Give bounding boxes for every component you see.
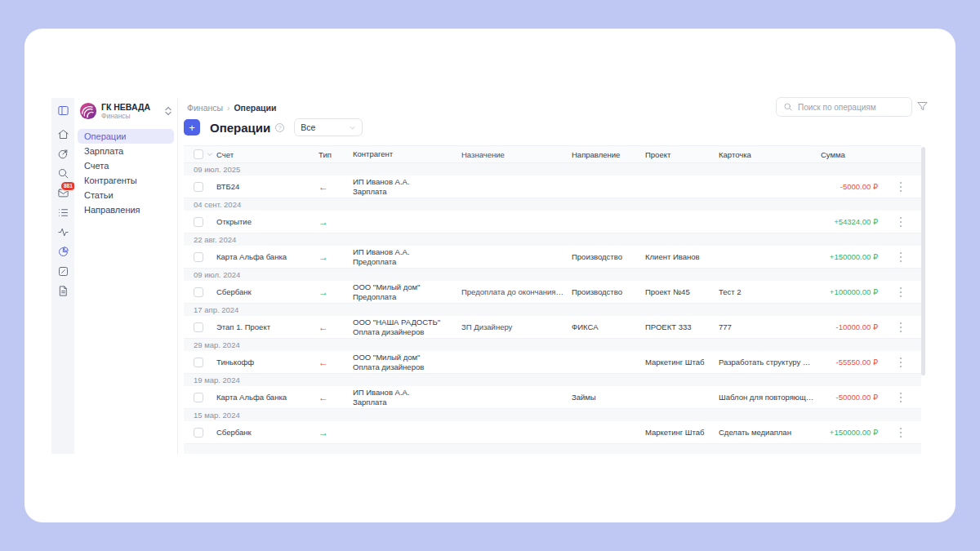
cell-account: Карта Альфа банка [216,393,318,402]
row-menu-kebab-icon[interactable] [895,391,906,404]
column-header-project[interactable]: Проект [645,150,719,159]
pie-chart-icon[interactable] [53,242,73,261]
column-header-direction[interactable]: Направление [572,150,645,159]
breadcrumb-current: Операции [234,103,276,113]
column-header-account[interactable]: Счет [216,150,318,159]
operation-type-arrow-icon: ← [318,393,328,402]
column-header-card[interactable]: Карточка [719,150,821,159]
table-row[interactable]: Этап 1. Проект ← ООО "НАША РАДОСТЬ" Опла… [184,316,921,339]
cell-contragent: ООО "НАША РАДОСТЬ" Оплата дизайнеров [353,318,461,337]
table-row[interactable]: ВТБ24 ← ИП Иванов А.А. Зарплата -5000.00… [184,176,921,198]
cell-amount: +100000.00 ₽ [830,287,878,296]
search-nav-icon[interactable] [53,163,73,183]
main-content: Финансы › Операции + Операции ? Все [178,97,956,454]
chevron-updown-icon [164,106,172,116]
search-box [776,97,912,117]
goal-icon[interactable] [53,144,73,163]
cell-direction: Займы [572,393,645,402]
search-icon [783,102,793,112]
row-checkbox[interactable] [194,252,203,262]
table-row[interactable]: Сбербанк → Маркетинг Штаб Сделать медиап… [184,421,921,444]
sidebar-item-salary[interactable]: Зарплата [78,144,174,158]
row-menu-kebab-icon[interactable] [895,286,906,299]
table-row[interactable]: Карта Альфа банка → ИП Иванов А.А. Предо… [184,246,921,269]
contragent-name: ИП Иванов А.А. [353,388,455,398]
row-menu-kebab-icon[interactable] [895,216,906,229]
row-menu-kebab-icon[interactable] [895,321,906,334]
cell-contragent: ИП Иванов А.А. Зарплата [353,388,461,407]
row-checkbox[interactable] [194,358,203,367]
row-checkbox[interactable] [194,428,203,438]
chevron-down-icon [349,124,356,131]
sidebar-toggle-icon[interactable] [53,100,73,120]
table-row[interactable]: Тинькофф ← ООО "Милый дом" Оплата дизайн… [184,351,921,374]
date-group-header: 04 сент. 2024 [184,198,921,211]
search-input[interactable] [798,103,905,112]
sidebar-item-counterparties[interactable]: Контрагенты [78,173,174,188]
filter-select-value: Все [301,122,315,132]
operation-type-arrow-icon: → [318,217,328,227]
row-checkbox[interactable] [194,217,203,227]
row-checkbox[interactable] [194,393,203,402]
activity-icon[interactable] [53,222,73,242]
column-header-type[interactable]: Тип [318,150,353,159]
row-checkbox[interactable] [194,322,203,332]
operation-type-arrow-icon: → [318,428,328,438]
column-header-purpose[interactable]: Назначение [461,150,572,159]
date-group-header-clipped [184,444,921,454]
group-date-label: 15 мар. 2024 [194,411,240,420]
operation-type-arrow-icon: ← [318,322,328,332]
contragent-name: ИП Иванов А.А. [353,247,455,257]
home-icon[interactable] [53,124,73,144]
table-row[interactable]: Сбербанк → ООО "Милый дом" Предоплата Пр… [184,281,921,304]
row-checkbox[interactable] [194,182,203,192]
filter-icon[interactable] [916,100,929,113]
contragent-sub: Оплата дизайнеров [353,327,455,337]
mail-icon[interactable]: 881 [53,183,73,202]
row-menu-kebab-icon[interactable] [895,251,906,264]
column-header-amount[interactable]: Сумма [821,150,884,159]
row-menu-kebab-icon[interactable] [895,356,906,369]
column-header-contragent[interactable]: Контрагент [353,149,461,159]
group-date-label: 19 мар. 2024 [194,375,240,384]
row-menu-kebab-icon[interactable] [895,180,906,193]
info-icon[interactable]: ? [275,123,284,132]
sidebar-item-accounts[interactable]: Счета [78,158,174,173]
org-switcher[interactable]: ГК НЕВАДА Финансы [74,98,177,121]
cell-account: Открытие [216,217,318,226]
contragent-name: ООО "НАША РАДОСТЬ" [353,318,455,327]
document-icon[interactable] [53,281,73,300]
row-checkbox[interactable] [194,287,203,297]
operations-filter-select[interactable]: Все [294,118,363,136]
cell-contragent: ИП Иванов А.А. Предоплата [353,247,461,267]
operation-type-arrow-icon: ← [318,358,328,367]
sidebar-item-directions[interactable]: Направления [78,202,174,217]
sidebar-item-articles[interactable]: Статьи [78,188,174,202]
operation-type-arrow-icon: → [318,252,328,262]
table-row[interactable]: Карта Альфа банка ← ИП Иванов А.А. Зарпл… [184,386,921,409]
vertical-scrollbar[interactable] [921,147,925,375]
list-icon[interactable] [53,202,73,222]
table-row[interactable]: Открытие → +54324.00 ₽ [184,211,921,233]
cell-card: Разработать структуру рек... [719,358,821,367]
page-title: Операции [210,121,270,135]
cell-amount: -10000.00 ₽ [836,322,878,331]
row-menu-kebab-icon[interactable] [895,426,906,439]
cell-card: Тест 2 [719,287,821,296]
cell-card: 777 [719,322,821,331]
contragent-name: ИП Иванов А.А. [353,177,455,187]
sidebar-item-operations[interactable]: Операции [78,129,174,144]
add-operation-button[interactable]: + [184,119,200,136]
cell-project: Проект №45 [645,287,719,296]
cell-amount: +150000.00 ₽ [830,252,878,261]
date-group-header: 29 мар. 2024 [184,339,921,351]
cell-contragent: ООО "Милый дом" Предоплата [353,282,461,302]
breadcrumb-parent[interactable]: Финансы [187,103,223,113]
date-group-header: 17 апр. 2024 [184,304,921,316]
select-all-checkbox[interactable] [194,149,203,159]
table-body: 09 июл. 2025 ВТБ24 ← ИП Иванов А.А. Зарп… [184,163,921,454]
operation-type-arrow-icon: ← [318,182,328,192]
select-menu-chevron-icon[interactable] [207,150,213,159]
operation-type-arrow-icon: → [318,287,328,297]
promo-icon[interactable] [53,261,73,281]
